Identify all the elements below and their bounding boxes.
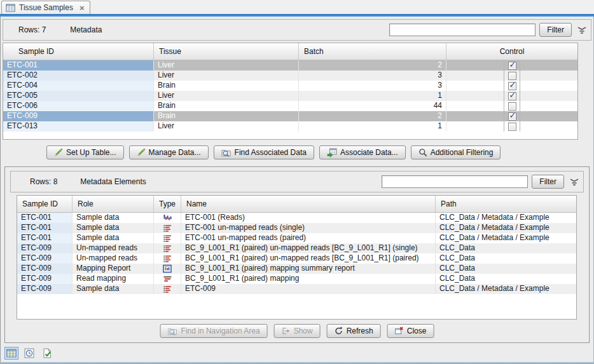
set-up-table-button[interactable]: Set Up Table...: [46, 145, 124, 159]
filter-button[interactable]: Filter: [532, 175, 564, 189]
control-checkbox[interactable]: [508, 72, 516, 80]
close-button[interactable]: Close: [387, 324, 434, 338]
filter-options-icon[interactable]: [569, 178, 579, 186]
table-view-icon[interactable]: [4, 347, 18, 360]
path-cell: CLC_Data / Metadata / Example: [436, 223, 576, 233]
control-checkbox[interactable]: [508, 123, 516, 131]
role-cell: Sample data: [73, 223, 154, 233]
button-label: Set Up Table...: [66, 148, 116, 157]
tab-bar: Tissue Samples ×: [0, 0, 594, 14]
sequence-list-icon: [163, 255, 172, 263]
manage-data-button[interactable]: Manage Data...: [129, 145, 209, 159]
column-header-sample-id[interactable]: Sample ID: [3, 43, 154, 60]
elements-table-body: ETC-001Sample dataETC-001 (Reads)CLC_Dat…: [17, 213, 576, 294]
name-cell: ETC-001 (Reads): [181, 213, 436, 223]
table-row[interactable]: ETC-002Liver3: [3, 71, 577, 81]
samples-table-header: Sample IDTissueBatchControl: [3, 43, 577, 60]
batch-cell: 1: [299, 121, 446, 131]
refresh-button[interactable]: Refresh: [327, 324, 381, 338]
control-checkbox[interactable]: ✓: [508, 62, 516, 70]
table-row[interactable]: ETC-006Brain44: [3, 101, 577, 111]
control-checkbox[interactable]: [508, 102, 516, 111]
button-label: Close: [407, 327, 427, 335]
filter-input[interactable]: [382, 175, 528, 188]
rows-count-label: Rows: 7: [18, 25, 46, 34]
additional-filtering-button[interactable]: Additional Filtering: [411, 145, 501, 159]
table-row[interactable]: ETC-001Sample dataETC-001 (Reads)CLC_Dat…: [17, 213, 576, 223]
role-cell: Un-mapped reads: [73, 243, 154, 253]
sequence-list-icon: [163, 224, 172, 233]
button-label: Associate Data...: [340, 148, 398, 157]
tissue-cell: Liver: [154, 71, 299, 81]
sample-id-cell: ETC-009: [17, 253, 73, 264]
find-associated-data-button[interactable]: Find Associated Data: [214, 145, 314, 159]
elements-table-header: Sample IDRoleTypeNamePath: [17, 196, 576, 213]
samples-table: Sample IDTissueBatchControl ETC-001Liver…: [3, 43, 578, 140]
column-header-batch[interactable]: Batch: [299, 43, 446, 60]
filter-input[interactable]: [389, 24, 535, 36]
top-toolbar: Rows: 7 Metadata Filter: [3, 19, 591, 41]
table-row[interactable]: ETC-001Sample dataETC-001 un-mapped read…: [17, 233, 576, 243]
name-cell: BC_9_L001_R1 (paired) un-mapped reads [B…: [181, 243, 436, 253]
batch-cell: 44: [299, 101, 446, 111]
batch-cell: 1: [299, 91, 446, 101]
tissue-cell: Liver: [154, 91, 299, 101]
column-header-tissue[interactable]: Tissue: [154, 43, 299, 60]
tab-title: Tissue Samples: [19, 3, 73, 12]
table-row[interactable]: ETC-009Brain2✓: [3, 111, 577, 121]
table-row[interactable]: ETC-009Sample dataETC-009CLC_Data / Meta…: [17, 284, 576, 294]
sample-id-cell: ETC-001: [17, 223, 73, 233]
status-bar: [1, 344, 593, 362]
type-cell: [154, 243, 181, 253]
table-row[interactable]: ETC-001Sample dataETC-001 un-mapped read…: [17, 223, 576, 233]
read-mapping-icon: [163, 276, 172, 283]
table-row[interactable]: ETC-013Liver1: [3, 121, 577, 131]
sample-id-cell: ETC-009: [17, 274, 73, 284]
type-cell: [154, 274, 181, 284]
path-cell: CLC_Data: [436, 264, 576, 274]
column-header-name[interactable]: Name: [181, 196, 436, 212]
table-row[interactable]: ETC-009Mapping ReportBC_9_L001_R1 (paire…: [17, 264, 576, 274]
control-checkbox[interactable]: ✓: [508, 112, 516, 121]
table-type-label: Metadata Elements: [80, 177, 146, 186]
pencil-icon: [137, 148, 146, 157]
associate-data-button[interactable]: Associate Data...: [319, 145, 406, 159]
column-header-control[interactable]: Control: [446, 43, 577, 60]
tissue-cell: Liver: [154, 121, 299, 131]
type-cell: [154, 284, 181, 294]
samples-table-body: ETC-001Liver2✓ETC-002Liver3ETC-004Brain3…: [3, 60, 577, 131]
control-checkbox[interactable]: ✓: [508, 92, 516, 100]
element-info-icon[interactable]: [40, 347, 54, 360]
filter-button[interactable]: Filter: [539, 23, 572, 37]
column-header-type[interactable]: Type: [154, 196, 181, 212]
control-cell: ✓: [446, 60, 577, 71]
show-arrow-icon: [282, 327, 291, 335]
button-label: Refresh: [347, 327, 373, 335]
type-cell: [154, 223, 181, 233]
metadata-elements-panel: Rows: 8 Metadata Elements Filter Sample …: [4, 166, 590, 343]
role-cell: Sample data: [73, 284, 154, 294]
batch-cell: 2: [299, 111, 446, 121]
table-type-label: Metadata: [70, 25, 102, 34]
button-label: Find Associated Data: [235, 148, 307, 157]
table-row[interactable]: ETC-009Un-mapped readsBC_9_L001_R1 (pair…: [17, 243, 576, 253]
table-row[interactable]: ETC-004Brain3✓: [3, 81, 577, 91]
column-header-role[interactable]: Role: [73, 196, 154, 212]
bottom-toolbar: Rows: 8 Metadata Elements Filter: [10, 171, 584, 192]
filter-options-icon[interactable]: [577, 26, 587, 34]
tab-tissue-samples[interactable]: Tissue Samples ×: [1, 1, 90, 14]
history-icon[interactable]: [22, 347, 36, 360]
name-cell: ETC-009: [181, 284, 436, 294]
column-header-path[interactable]: Path: [436, 196, 576, 212]
path-cell: CLC_Data: [436, 253, 576, 264]
table-row[interactable]: ETC-009Read mappingBC_9_L001_R1 (paired)…: [17, 274, 576, 284]
sample-id-cell: ETC-009: [17, 284, 73, 294]
sample-id-cell: ETC-009: [3, 111, 154, 121]
column-header-sample-id[interactable]: Sample ID: [17, 196, 73, 212]
control-checkbox[interactable]: ✓: [508, 82, 516, 90]
tab-close-icon[interactable]: ×: [79, 3, 85, 13]
table-row[interactable]: ETC-005Liver1✓: [3, 91, 577, 101]
table-row[interactable]: ETC-009Un-mapped readsBC_9_L001_R1 (pair…: [17, 253, 576, 264]
batch-cell: 2: [299, 60, 446, 71]
table-row[interactable]: ETC-001Liver2✓: [3, 60, 577, 71]
